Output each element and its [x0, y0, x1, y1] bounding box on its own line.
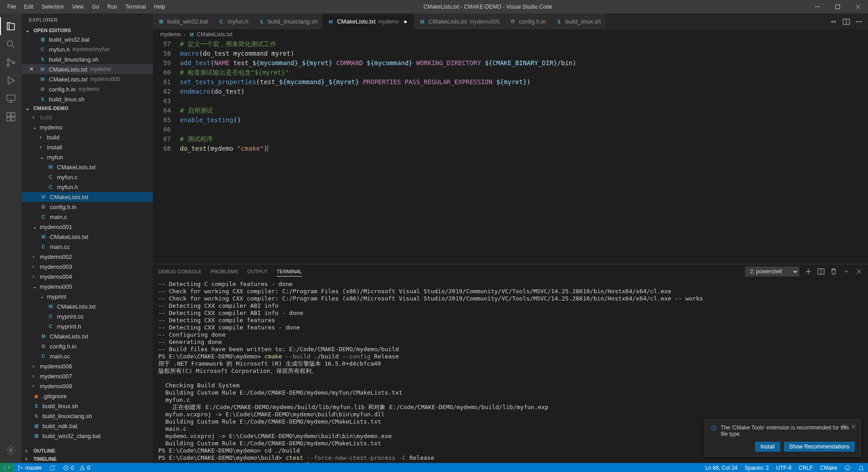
install-button[interactable]: Install: [755, 442, 780, 452]
file-item[interactable]: ⚙config.h.in: [22, 341, 153, 351]
editor-tab[interactable]: MCMakeLists.txt mydemo●: [322, 14, 414, 29]
sync-button[interactable]: [46, 463, 59, 472]
language-mode[interactable]: CMake: [816, 463, 841, 472]
explorer-icon[interactable]: [0, 17, 22, 35]
code-editor[interactable]: # 定义一个宏，用来简化测试工作macro(do_test mycommand …: [180, 39, 823, 264]
compare-icon[interactable]: [830, 18, 837, 25]
search-icon[interactable]: [0, 35, 22, 53]
file-item[interactable]: MCMakeLists.txt: [22, 192, 153, 202]
file-item[interactable]: Cmyfun.h: [22, 182, 153, 192]
file-item[interactable]: MCMakeLists.txt: [22, 301, 153, 311]
menu-selection[interactable]: Selection: [38, 2, 67, 12]
open-editors-section[interactable]: ⌄OPEN EDITORS: [22, 26, 153, 34]
remote-indicator[interactable]: [0, 463, 14, 472]
terminal-selector[interactable]: 2: powershell: [745, 267, 799, 277]
editor-tab[interactable]: Cmyfun.h: [213, 14, 253, 29]
open-editor-item[interactable]: Cmyfun.h mydemo\myfun: [22, 44, 153, 54]
file-item[interactable]: Cmain.cc: [22, 351, 153, 361]
folder-item[interactable]: ⌄myfun: [22, 152, 153, 162]
remote-icon[interactable]: [0, 90, 22, 108]
folder-item[interactable]: ›mydemo006: [22, 361, 153, 371]
more-icon[interactable]: [855, 18, 863, 25]
open-editor-item[interactable]: ⚙config.h.in mydemo: [22, 84, 153, 94]
indentation[interactable]: Spaces: 2: [741, 463, 772, 472]
run-icon[interactable]: [0, 72, 22, 90]
minimize-button[interactable]: [807, 0, 827, 14]
show-recommendations-button[interactable]: Show Recommendations: [784, 442, 855, 452]
file-item[interactable]: MCMakeLists.txt: [22, 232, 153, 242]
git-branch[interactable]: master: [14, 463, 46, 472]
file-item[interactable]: ⊞build_win32_clang.bat: [22, 431, 153, 441]
editor-tab[interactable]: MCMakeLists.txt mydemo005: [414, 14, 505, 29]
source-control-icon[interactable]: [0, 53, 22, 72]
open-editor-item[interactable]: $build_linuxclang.sh: [22, 54, 153, 64]
breadcrumb-item[interactable]: mydemo: [160, 31, 181, 38]
file-item[interactable]: Cmyprint.cc: [22, 311, 153, 321]
folder-item[interactable]: ›mydemo007: [22, 371, 153, 381]
file-item[interactable]: MCMakeLists.txt: [22, 331, 153, 341]
editor-tab[interactable]: ⊞build_win32.bat: [153, 14, 213, 29]
close-icon[interactable]: [850, 424, 857, 430]
menu-file[interactable]: File: [4, 2, 19, 12]
editor-tab[interactable]: ⚙config.h.in: [505, 14, 551, 29]
notifications-icon[interactable]: [854, 463, 868, 472]
open-editor-item[interactable]: $build_linux.sh: [22, 94, 153, 104]
maximize-button[interactable]: [827, 0, 848, 14]
breadcrumb-item[interactable]: M CMakeLists.txt: [188, 31, 232, 38]
encoding[interactable]: UTF-8: [773, 463, 795, 472]
close-button[interactable]: [848, 0, 868, 14]
panel-tab-debug-console[interactable]: DEBUG CONSOLE: [158, 267, 202, 276]
new-terminal-icon[interactable]: [805, 268, 812, 275]
outline-section[interactable]: ›OUTLINE: [22, 447, 153, 455]
folder-item[interactable]: ›mydemo003: [22, 262, 153, 272]
file-item[interactable]: Cmain.cc: [22, 242, 153, 252]
file-item[interactable]: $build_linuxclang.sh: [22, 411, 153, 421]
panel-tab-output[interactable]: OUTPUT: [247, 267, 268, 276]
timeline-section[interactable]: ›TIMELINE: [22, 455, 153, 463]
folder-item[interactable]: ›mydemo004: [22, 272, 153, 281]
kill-terminal-icon[interactable]: [830, 268, 837, 275]
minimap[interactable]: [823, 39, 868, 264]
menu-help[interactable]: Help: [151, 2, 169, 12]
workspace-section[interactable]: ⌄CMAKE-DEMO: [22, 104, 153, 112]
file-item[interactable]: Cmyfun.c: [22, 172, 153, 182]
folder-item[interactable]: ›mydemo008: [22, 381, 153, 391]
feedback-icon[interactable]: [841, 463, 854, 472]
maximize-panel-icon[interactable]: [843, 268, 850, 275]
editor-tab[interactable]: $build_linuxclang.sh: [254, 14, 323, 29]
split-icon[interactable]: [843, 18, 850, 25]
gear-icon[interactable]: [841, 424, 848, 430]
folder-item[interactable]: ›mydemo002: [22, 252, 153, 262]
menu-run[interactable]: Run: [104, 2, 121, 12]
split-terminal-icon[interactable]: [817, 268, 825, 275]
extensions-icon[interactable]: [0, 108, 22, 126]
breadcrumb[interactable]: mydemo›M CMakeLists.txt: [153, 29, 868, 39]
open-editor-item[interactable]: MCMakeLists.txt mydemo005: [22, 74, 153, 84]
open-editor-item[interactable]: ✕MCMakeLists.txt mydemo: [22, 64, 153, 74]
menu-edit[interactable]: Edit: [20, 2, 37, 12]
problems-button[interactable]: 0 0: [59, 463, 94, 472]
folder-item[interactable]: ›build: [22, 132, 153, 142]
folder-item[interactable]: ›build: [22, 112, 153, 122]
close-panel-icon[interactable]: [855, 268, 863, 275]
file-item[interactable]: ◆.gitignore: [22, 391, 153, 401]
folder-item[interactable]: ⌄mydemo: [22, 122, 153, 132]
eol[interactable]: CRLF: [795, 463, 816, 472]
file-item[interactable]: Cmain.c: [22, 212, 153, 222]
file-item[interactable]: ⊞build_ndk.bat: [22, 421, 153, 431]
editor-tab[interactable]: $build_linux.sh: [551, 14, 606, 29]
menu-go[interactable]: Go: [88, 2, 103, 12]
panel-tab-problems[interactable]: PROBLEMS: [211, 267, 238, 276]
folder-item[interactable]: ⌄mydemo001: [22, 222, 153, 232]
file-item[interactable]: MCMakeLists.txt: [22, 162, 153, 172]
file-item[interactable]: Cmyprint.h: [22, 321, 153, 331]
folder-item[interactable]: ⌄mydemo005: [22, 281, 153, 291]
panel-tab-terminal[interactable]: TERMINAL: [277, 267, 302, 277]
menu-view[interactable]: View: [68, 2, 87, 12]
folder-item[interactable]: ›install: [22, 142, 153, 152]
cursor-position[interactable]: Ln 68, Col 24: [702, 463, 741, 472]
file-item[interactable]: $build_linux.sh: [22, 401, 153, 411]
folder-item[interactable]: ⌄myprint: [22, 291, 153, 301]
open-editor-item[interactable]: ⊞build_win32.bat: [22, 34, 153, 44]
file-item[interactable]: ⚙config.h.in: [22, 202, 153, 212]
